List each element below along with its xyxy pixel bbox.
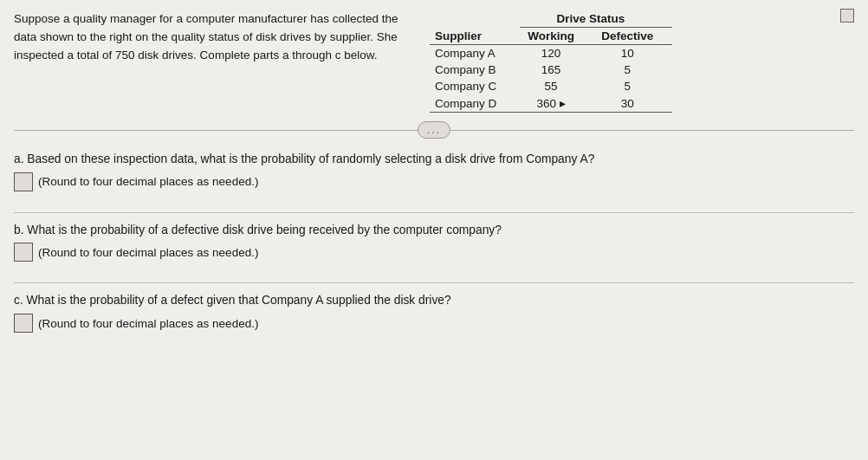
question-b-label: b. xyxy=(14,224,24,236)
table-row: Company C555 xyxy=(430,78,672,94)
separator-a-b xyxy=(14,212,854,213)
table-wrapper: Drive Status Supplier Working Defective … xyxy=(430,10,854,113)
question-b-round-note: (Round to four decimal places as needed.… xyxy=(38,246,258,259)
question-c-section: c. What is the probability of a defect g… xyxy=(14,292,854,334)
top-right-icon[interactable] xyxy=(840,9,854,23)
defective-cell: 30 xyxy=(593,94,672,113)
question-a-label: a. xyxy=(14,152,24,165)
question-b-answer-row: (Round to four decimal places as needed.… xyxy=(14,243,854,262)
table-body: Company A12010Company B1655Company C555C… xyxy=(430,45,672,113)
supplier-cell: Company B xyxy=(430,62,520,78)
table-row: Company A12010 xyxy=(430,45,672,62)
divider-row: ... xyxy=(14,121,854,139)
working-cell: 360 ▸ xyxy=(520,94,593,113)
table-row: Company D360 ▸30 xyxy=(430,94,672,113)
supplier-cell: Company C xyxy=(430,78,520,94)
table-row: Company B1655 xyxy=(430,62,672,78)
question-c-input-box[interactable] xyxy=(14,314,33,333)
defective-cell: 10 xyxy=(593,45,672,62)
separator-b-c xyxy=(14,282,854,283)
problem-text: Suppose a quality manager for a computer… xyxy=(14,10,430,113)
top-section: Suppose a quality manager for a computer… xyxy=(14,10,854,113)
question-c-round-note: (Round to four decimal places as needed.… xyxy=(38,317,258,330)
question-b-input-box[interactable] xyxy=(14,243,33,262)
supplier-col-header: Supplier xyxy=(430,28,520,45)
drive-status-header: Drive Status xyxy=(520,10,672,28)
supplier-cell: Company D xyxy=(430,94,520,113)
defective-col-header: Defective xyxy=(593,28,672,45)
working-cell: 120 xyxy=(520,45,593,62)
question-c-label: c. xyxy=(14,294,23,307)
question-b-section: b. What is the probability of a defectiv… xyxy=(14,222,854,264)
question-a-answer-row: (Round to four decimal places as needed.… xyxy=(14,172,854,191)
question-c-text: c. What is the probability of a defect g… xyxy=(14,292,854,310)
supplier-cell: Company A xyxy=(430,45,520,62)
question-a-round-note: (Round to four decimal places as needed.… xyxy=(38,175,258,188)
defective-cell: 5 xyxy=(593,78,672,94)
working-cell: 165 xyxy=(520,62,593,78)
main-container: Suppose a quality manager for a computer… xyxy=(0,0,868,460)
question-c-answer-row: (Round to four decimal places as needed.… xyxy=(14,314,854,333)
question-a-section: a. Based on these inspection data, what … xyxy=(14,151,854,193)
working-col-header: Working xyxy=(520,28,593,45)
data-table: Drive Status Supplier Working Defective … xyxy=(430,10,672,113)
question-a-body: Based on these inspection data, what is … xyxy=(27,152,594,165)
question-b-body: What is the probability of a defective d… xyxy=(27,224,502,236)
question-c-body: What is the probability of a defect give… xyxy=(27,294,451,307)
defective-cell: 5 xyxy=(593,62,672,78)
question-a-input-box[interactable] xyxy=(14,172,33,191)
working-cell: 55 xyxy=(520,78,593,94)
question-a-text: a. Based on these inspection data, what … xyxy=(14,151,854,169)
question-b-text: b. What is the probability of a defectiv… xyxy=(14,222,854,240)
expand-button[interactable]: ... xyxy=(418,121,450,139)
